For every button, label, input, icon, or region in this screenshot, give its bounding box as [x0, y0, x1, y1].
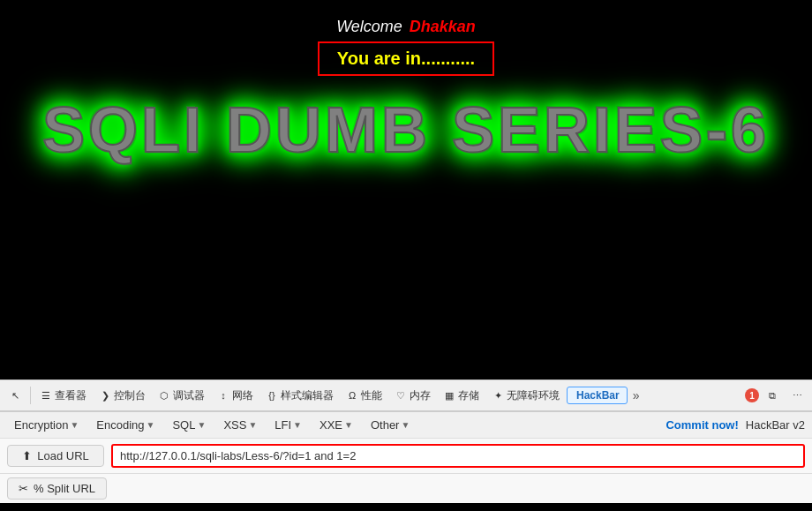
xss-label: XSS [223, 418, 246, 432]
lfi-arrow: ▼ [293, 420, 302, 430]
toolbar-cursor[interactable]: ↖ [4, 387, 26, 404]
hackbar-split-row: ✂ % Split URL [0, 474, 812, 503]
hackbar-encryption-menu[interactable]: Encryption ▼ [7, 416, 86, 434]
toolbar-style-editor[interactable]: {} 样式编辑器 [260, 386, 339, 406]
you-are-in-text: You are in........... [337, 49, 475, 68]
accessibility-icon: ✦ [492, 389, 504, 402]
toolbar-performance[interactable]: Ω 性能 [341, 386, 387, 406]
xxe-label: XXE [320, 418, 342, 432]
toolbar-memory[interactable]: ♡ 内存 [389, 386, 436, 406]
you-are-in-box: You are in........... [318, 41, 494, 76]
toolbar-divider-1 [30, 387, 31, 404]
lfi-label: LFI [274, 418, 291, 432]
toolbar-console-label: 控制台 [114, 388, 146, 403]
alert-badge[interactable]: 1 [745, 388, 759, 402]
hackbar-xss-menu[interactable]: XSS ▼ [216, 416, 264, 434]
toolbar-hackbar[interactable]: HackBar [567, 387, 628, 404]
console-icon: ❯ [99, 389, 111, 402]
encryption-label: Encryption [14, 418, 68, 432]
split-url-label: % Split URL [34, 482, 95, 495]
hackbar-encoding-menu[interactable]: Encoding ▼ [89, 416, 162, 434]
toolbar-style-editor-label: 样式编辑器 [281, 388, 334, 403]
hackbar-panel: Encryption ▼ Encoding ▼ SQL ▼ XSS ▼ LFI … [0, 411, 812, 503]
options-menu-icon: ⋯ [791, 389, 803, 402]
split-url-icon: ✂ [19, 482, 28, 495]
performance-icon: Ω [346, 389, 358, 402]
toolbar-viewer-label: 查看器 [55, 388, 86, 403]
toolbar-accessibility-label: 无障碍环境 [507, 388, 560, 403]
url-input[interactable] [111, 444, 805, 468]
encoding-arrow: ▼ [147, 420, 155, 430]
toolbar-debugger-label: 调试器 [173, 388, 205, 403]
xxe-arrow: ▼ [344, 420, 353, 430]
hackbar-sql-menu[interactable]: SQL ▼ [165, 416, 213, 434]
toolbar-network-label: 网络 [232, 388, 253, 403]
sql-arrow: ▼ [197, 420, 206, 430]
hackbar-lfi-menu[interactable]: LFI ▼ [267, 416, 309, 434]
toolbar-more[interactable]: » [629, 387, 643, 404]
toolbar-console[interactable]: ❯ 控制台 [94, 386, 151, 406]
toolbar-storage[interactable]: ▦ 存储 [438, 386, 485, 406]
other-label: Other [371, 418, 400, 432]
memory-icon: ♡ [395, 389, 407, 402]
xss-arrow: ▼ [248, 420, 257, 430]
hackbar-version-label: HackBar v2 [746, 418, 805, 432]
toolbar-storage-label: 存储 [458, 388, 479, 403]
toolbar-performance-label: 性能 [361, 388, 382, 403]
welcome-label: Welcome [336, 18, 402, 36]
toolbar-debugger[interactable]: ⬡ 调试器 [153, 386, 210, 406]
browser-toolbar: ↖ ☰ 查看器 ❯ 控制台 ⬡ 调试器 ↕ 网络 {} 样式编辑器 Ω 性能 ♡… [0, 379, 812, 411]
cursor-icon: ↖ [9, 389, 21, 402]
storage-icon: ▦ [443, 389, 455, 402]
debugger-icon: ⬡ [158, 389, 170, 402]
hackbar-menu-row: Encryption ▼ Encoding ▼ SQL ▼ XSS ▼ LFI … [0, 412, 812, 439]
style-editor-icon: {} [266, 389, 278, 402]
split-url-button[interactable]: ✂ % Split URL [7, 477, 107, 500]
load-url-label: Load URL [37, 449, 89, 462]
load-url-icon: ⬆ [22, 449, 32, 462]
hackbar-xxe-menu[interactable]: XXE ▼ [312, 416, 360, 434]
toolbar-viewer[interactable]: ☰ 查看器 [34, 386, 92, 406]
main-content: Welcome Dhakkan You are in........... SQ… [0, 0, 812, 379]
network-icon: ↕ [217, 389, 229, 402]
load-url-button[interactable]: ⬆ Load URL [7, 445, 104, 467]
hackbar-other-menu[interactable]: Other ▼ [364, 416, 417, 434]
username-label: Dhakkan [410, 18, 476, 36]
toolbar-copy[interactable]: ⧉ [761, 387, 784, 404]
toolbar-memory-label: 内存 [410, 388, 431, 403]
toolbar-options-menu[interactable]: ⋯ [786, 387, 808, 404]
sql-label: SQL [172, 418, 195, 432]
toolbar-network[interactable]: ↕ 网络 [212, 386, 259, 406]
viewer-icon: ☰ [40, 389, 52, 402]
toolbar-hackbar-label: HackBar [576, 389, 620, 402]
encryption-arrow: ▼ [70, 420, 79, 430]
other-arrow: ▼ [401, 420, 410, 430]
commit-now-link[interactable]: Commit now! [665, 418, 738, 432]
copy-icon: ⧉ [766, 389, 778, 402]
welcome-line: Welcome Dhakkan [336, 18, 476, 36]
toolbar-accessibility[interactable]: ✦ 无障碍环境 [486, 386, 565, 406]
encoding-label: Encoding [96, 418, 144, 432]
hackbar-url-row: ⬆ Load URL [0, 439, 812, 474]
page-title: SQLI DUMB SERIES-6 [42, 94, 770, 166]
